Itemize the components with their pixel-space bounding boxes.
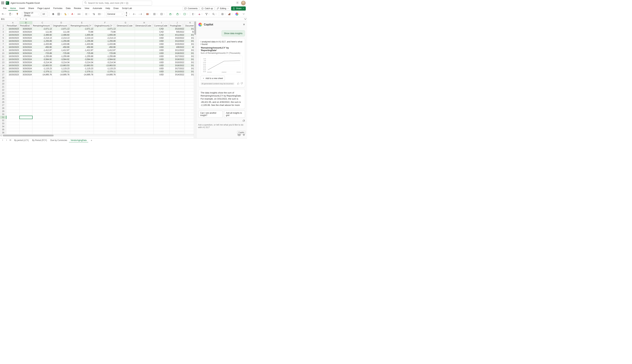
row-header[interactable]: 15 bbox=[0, 67, 6, 70]
cell[interactable] bbox=[170, 104, 185, 107]
autosum-button[interactable]: Σ bbox=[191, 12, 196, 16]
col-header-E[interactable]: E bbox=[70, 21, 94, 24]
cell[interactable] bbox=[154, 110, 170, 113]
cell[interactable] bbox=[154, 88, 170, 92]
cell[interactable] bbox=[20, 119, 33, 122]
format-painter-button[interactable] bbox=[15, 12, 20, 16]
cell[interactable] bbox=[154, 100, 170, 104]
font-color-button[interactable]: A bbox=[71, 12, 76, 16]
cell[interactable] bbox=[33, 113, 53, 116]
cell[interactable] bbox=[135, 128, 154, 131]
cell[interactable] bbox=[53, 98, 70, 100]
cell[interactable] bbox=[135, 116, 154, 119]
cell[interactable] bbox=[154, 131, 170, 134]
col-header-F[interactable]: F bbox=[94, 21, 116, 24]
cell[interactable] bbox=[94, 116, 116, 119]
cell[interactable]: USD bbox=[154, 40, 170, 42]
cell[interactable] bbox=[70, 107, 94, 110]
cell[interactable] bbox=[170, 82, 185, 85]
cell[interactable] bbox=[20, 116, 33, 119]
cell[interactable] bbox=[6, 119, 20, 122]
share-button[interactable]: Share bbox=[231, 6, 246, 10]
formula-expand-button[interactable] bbox=[244, 18, 247, 21]
row-header[interactable]: 28 bbox=[0, 107, 6, 110]
menu-item-page-layout[interactable]: Page Layout bbox=[36, 6, 52, 10]
cell[interactable]: 73.88 bbox=[70, 30, 94, 34]
cell[interactable] bbox=[33, 122, 53, 125]
cell[interactable]: -1,433.86 bbox=[94, 42, 116, 46]
col-header-D[interactable]: D bbox=[53, 21, 70, 24]
cell[interactable]: 3/16/2022 bbox=[170, 64, 185, 67]
col-header-C[interactable]: C bbox=[33, 21, 53, 24]
name-box[interactable]: B31 bbox=[0, 17, 18, 21]
cell[interactable]: USD bbox=[154, 67, 170, 70]
cell[interactable]: 10/20/2023 bbox=[6, 30, 20, 34]
fill-color-button[interactable] bbox=[64, 12, 70, 16]
cell[interactable]: -14,895.76 bbox=[33, 73, 53, 76]
cell[interactable]: USD bbox=[154, 70, 170, 73]
cell[interactable] bbox=[154, 128, 170, 131]
cell[interactable]: -1,115.23 bbox=[33, 67, 53, 70]
cell[interactable]: 3/20/2024 bbox=[20, 40, 33, 42]
horizontal-scrollbar[interactable] bbox=[0, 134, 196, 136]
cell[interactable] bbox=[135, 98, 154, 100]
cell[interactable]: USD bbox=[154, 64, 170, 67]
cell[interactable] bbox=[94, 98, 116, 100]
row-header[interactable]: 7 bbox=[0, 42, 6, 46]
cell[interactable] bbox=[53, 113, 70, 116]
comments-button[interactable]: Comments bbox=[183, 6, 199, 10]
cell[interactable]: -450.90 bbox=[53, 46, 70, 49]
cell[interactable]: 3/13/2022 bbox=[170, 27, 185, 30]
cell[interactable]: 10/20/2023 bbox=[6, 52, 20, 55]
cell[interactable] bbox=[94, 128, 116, 131]
cell[interactable]: -3,214.34 bbox=[53, 61, 70, 64]
cell[interactable] bbox=[94, 92, 116, 94]
cell[interactable]: -1,412.87 bbox=[94, 49, 116, 52]
cell[interactable] bbox=[20, 128, 33, 131]
row-header[interactable]: 36 bbox=[0, 131, 6, 134]
cell[interactable] bbox=[94, 88, 116, 92]
addins-button[interactable] bbox=[220, 12, 227, 16]
menu-item-help[interactable]: Help bbox=[104, 6, 112, 10]
cell[interactable] bbox=[116, 49, 135, 52]
row-header[interactable]: 29 bbox=[0, 110, 6, 113]
cell[interactable]: -1,255.89 bbox=[70, 40, 94, 42]
table-header-cell[interactable]: PeriodStart bbox=[6, 24, 20, 27]
row-header[interactable]: 11 bbox=[0, 55, 6, 58]
cell[interactable] bbox=[116, 34, 135, 36]
cell[interactable] bbox=[135, 27, 154, 30]
cell[interactable] bbox=[33, 76, 53, 79]
cell[interactable] bbox=[33, 125, 53, 128]
cell[interactable] bbox=[70, 110, 94, 113]
table-header-cell[interactable]: PostingDate bbox=[170, 24, 185, 27]
cell[interactable] bbox=[53, 104, 70, 107]
cell[interactable]: -450.90 bbox=[33, 46, 53, 49]
table-header-cell[interactable]: Dimension2Code bbox=[135, 24, 154, 27]
cell[interactable] bbox=[70, 131, 94, 134]
cell[interactable] bbox=[135, 67, 154, 70]
cell[interactable]: -2,071.13 bbox=[70, 27, 94, 30]
sheet-tab[interactable]: VendorAgingData bbox=[69, 138, 88, 142]
row-header[interactable]: 8 bbox=[0, 46, 6, 49]
cell[interactable] bbox=[116, 42, 135, 46]
cell[interactable] bbox=[116, 67, 135, 70]
filter-dropdown-icon[interactable] bbox=[68, 24, 70, 27]
cell[interactable] bbox=[170, 88, 185, 92]
cell[interactable]: 3/20/2024 bbox=[20, 30, 33, 34]
cell[interactable]: -2,071.13 bbox=[94, 27, 116, 30]
app-launcher-icon[interactable] bbox=[1, 2, 5, 4]
cell[interactable] bbox=[94, 100, 116, 104]
cell[interactable]: 10/20/2023 bbox=[6, 42, 20, 46]
row-header[interactable]: 20 bbox=[0, 82, 6, 85]
cell[interactable] bbox=[33, 104, 53, 107]
cell[interactable] bbox=[6, 107, 20, 110]
row-header[interactable]: 33 bbox=[0, 122, 6, 125]
cell[interactable] bbox=[116, 40, 135, 42]
cell[interactable]: -3,584.92 bbox=[94, 58, 116, 61]
cell[interactable] bbox=[116, 128, 135, 131]
cell[interactable]: 3/20/2024 bbox=[20, 36, 33, 40]
cell[interactable] bbox=[70, 119, 94, 122]
catch-up-button[interactable]: Catch up bbox=[200, 6, 214, 10]
delete-cells-button[interactable] bbox=[160, 12, 166, 16]
filter-dropdown-icon[interactable] bbox=[50, 24, 53, 27]
